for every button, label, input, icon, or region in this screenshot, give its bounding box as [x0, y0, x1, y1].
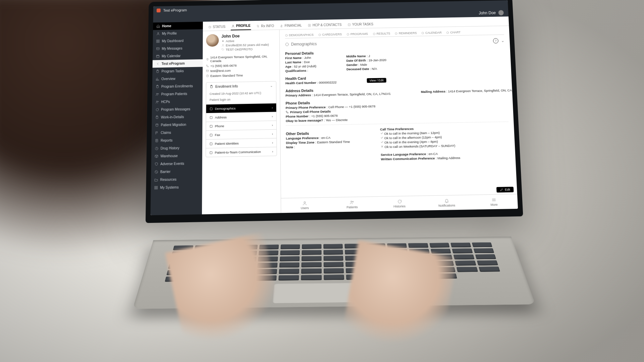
- sidebar-item-label: Barrier: [160, 170, 171, 174]
- view-edit-button[interactable]: View / Edit: [367, 78, 386, 83]
- svg-rect-2: [158, 40, 159, 41]
- kv-key: Gender: [346, 63, 358, 67]
- panel-item-patient-identities[interactable]: Patient Identities›: [206, 138, 276, 148]
- sidebar-item-program-tasks[interactable]: Program Tasks: [152, 67, 203, 75]
- panel-item-fax[interactable]: Fax›: [206, 129, 276, 139]
- sidebar-item-my-dashboard[interactable]: My Dashboard: [153, 37, 203, 45]
- svg-rect-6: [156, 55, 159, 58]
- sidebar-section-label: Test eProgram: [162, 62, 185, 66]
- chevron-down-icon[interactable]: ⌄: [501, 38, 504, 43]
- sidebar-home[interactable]: Home: [153, 22, 203, 30]
- phone-number-value: +1 (555) 905-0678: [311, 114, 338, 118]
- svg-point-25: [232, 25, 233, 26]
- sidebar-item-work-in-details[interactable]: Work-in-Details: [152, 113, 202, 121]
- user-icon: [302, 201, 307, 206]
- bottomnav-histories[interactable]: Histories: [376, 196, 423, 212]
- primary-address-label: Primary Address: [285, 93, 311, 97]
- svg-point-43: [319, 34, 321, 36]
- svg-point-13: [156, 101, 157, 102]
- kv-row: Age : 52 yr old (Adult): [285, 64, 316, 68]
- avatar-icon[interactable]: [498, 10, 504, 15]
- phone-pref-value: Cell Phone — +1 (555) 905-0678: [328, 104, 375, 109]
- calltime-text: Ok to call in the afternoon (12pm – 4pm): [384, 135, 442, 140]
- svg-rect-21: [156, 186, 157, 187]
- sidebar-item-hcps[interactable]: HCPs: [152, 97, 203, 106]
- item-icon: [210, 107, 213, 110]
- svg-rect-5: [157, 48, 159, 50]
- tab-profile[interactable]: PROFILE: [231, 22, 251, 30]
- subtab-programs[interactable]: PROGRAMS: [346, 32, 368, 36]
- svg-rect-3: [157, 42, 158, 43]
- check-icon: [380, 136, 383, 139]
- sidebar-section-header[interactable]: Test eProgram: [153, 59, 203, 68]
- tab-financial[interactable]: FINANCIAL: [279, 22, 303, 29]
- subtab-chart[interactable]: CHART: [446, 31, 461, 34]
- sidebar-item-program-enrollments[interactable]: Program Enrollments: [152, 82, 203, 90]
- bottomnav-notifications[interactable]: Notifications: [423, 195, 471, 210]
- history-icon: [155, 146, 158, 150]
- sidebar-item-my-profile[interactable]: My Profile: [153, 29, 203, 38]
- bottomnav-users[interactable]: Users: [281, 197, 329, 213]
- sidebar-item-my-systems[interactable]: My Systems: [151, 183, 202, 192]
- sidebar-item-my-messages[interactable]: My Messages: [153, 44, 203, 53]
- subtab-reminders[interactable]: REMINDERS: [395, 32, 417, 35]
- svg-point-48: [447, 32, 449, 34]
- grid-icon: [154, 186, 158, 189]
- sidebar-item-warehouse[interactable]: Warehouse: [151, 152, 202, 160]
- edit-button[interactable]: Edit: [496, 187, 514, 192]
- tab-status[interactable]: STATUS: [208, 23, 226, 31]
- sidebar-item-adverse-events[interactable]: Adverse Events: [151, 159, 202, 168]
- svg-rect-1: [157, 40, 158, 41]
- sidebar-item-my-calendar[interactable]: My Calendar: [153, 52, 203, 60]
- box-icon: [155, 154, 158, 158]
- tab-rx-info[interactable]: Rx INFO: [256, 22, 274, 30]
- svg-point-46: [395, 33, 397, 35]
- panel-item-patient-to-team-communication[interactable]: Patient-to-Team Communication›: [206, 147, 277, 157]
- sidebar-item-reports[interactable]: Reports: [151, 136, 202, 145]
- svg-rect-36: [210, 108, 212, 110]
- subtab-demographics[interactable]: DEMOGRAPHICS: [285, 33, 314, 37]
- sidebar-item-program-patients[interactable]: Program Patients: [152, 90, 202, 98]
- subtab-icon: [346, 33, 350, 36]
- home-icon: [156, 24, 160, 28]
- sidebar-item-program-messages[interactable]: Program Messages: [152, 105, 203, 114]
- sidebar-home-label: Home: [162, 24, 171, 28]
- sidebar-item-label: Reports: [161, 138, 172, 142]
- sidebar-item-resources[interactable]: Resources: [151, 175, 202, 184]
- bottomnav-more[interactable]: More: [470, 194, 518, 210]
- svg-rect-22: [155, 188, 156, 189]
- tab-your-tasks[interactable]: YOUR TASKS: [347, 20, 374, 28]
- panel-item-phone[interactable]: Phone›: [206, 121, 276, 131]
- sidebar-item-drug-history[interactable]: Drug History: [151, 144, 202, 153]
- bottomnav-label: Patients: [346, 205, 358, 209]
- section-demographics-label: Demographics: [291, 42, 317, 47]
- subtab-label: DEMOGRAPHICS: [289, 33, 313, 37]
- subtab-label: CAREGIVERS: [322, 33, 342, 36]
- sidebar-item-label: Warehouse: [160, 154, 178, 158]
- subtab-results[interactable]: RESULTS: [373, 32, 390, 36]
- phone-pref-label: Primary Phone Preference: [286, 105, 326, 110]
- svg-point-11: [156, 93, 157, 94]
- health-card-number: 0000002222: [319, 80, 337, 84]
- chevron-down-icon: ⌄: [270, 84, 273, 87]
- user-icon: [231, 24, 235, 27]
- tab-hcp-contacts[interactable]: HCP & CONTACTS: [307, 21, 342, 29]
- patient-name: John Doe: [221, 33, 269, 39]
- subtab-icon: [421, 32, 424, 35]
- panel-item-demographics[interactable]: Demographics›: [206, 103, 276, 113]
- subtab-calendar[interactable]: CALENDAR: [421, 31, 442, 35]
- sidebar-item-patient-migration[interactable]: Patient Migration: [152, 120, 202, 129]
- subtab-caregivers[interactable]: CAREGIVERS: [318, 33, 342, 36]
- bottomnav-patients[interactable]: Patients: [328, 197, 376, 212]
- panel-item-address[interactable]: Address›: [206, 112, 276, 122]
- kv-row: Display Time Zone : Eastern Standard Tim…: [286, 140, 350, 144]
- details-pane: DEMOGRAPHICSCAREGIVERSPROGRAMSRESULTSREM…: [280, 26, 518, 213]
- sidebar-item-label: Program Messages: [161, 107, 190, 111]
- kv-row: Note :: [286, 144, 350, 149]
- sidebar-item-claims[interactable]: Claims: [152, 128, 203, 137]
- enrollment-panel-header[interactable]: Enrollment Info ⌄: [206, 81, 276, 91]
- sidebar-item-overview[interactable]: Overview: [152, 74, 203, 83]
- other-details-header: Other Details: [286, 131, 350, 136]
- sidebar-item-barrier[interactable]: Barrier: [151, 167, 202, 176]
- help-icon[interactable]: ?: [493, 38, 499, 44]
